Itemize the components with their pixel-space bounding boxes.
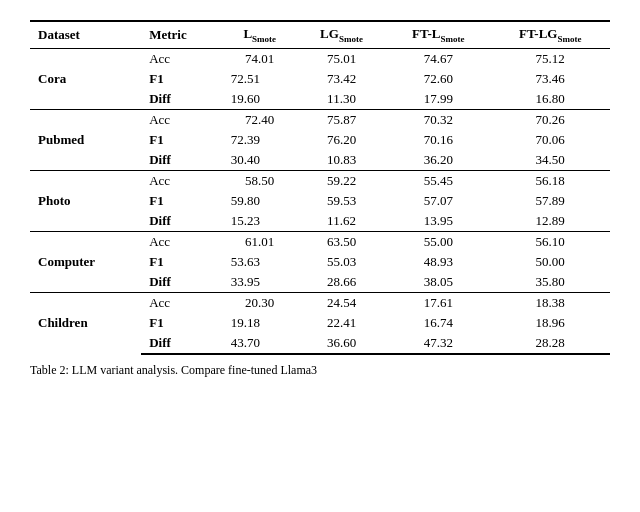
metric-label: Diff (141, 211, 222, 232)
value-ftl: 48.93 (386, 252, 490, 272)
dataset-name: Children (30, 292, 141, 354)
value-lg: 11.30 (297, 89, 387, 110)
value-ftlg: 73.46 (490, 69, 610, 89)
metric-label: F1 (141, 252, 222, 272)
value-lg: 75.87 (297, 109, 387, 130)
table-row: CoraAcc74.0175.0174.6775.12 (30, 48, 610, 69)
value-ftlg: 70.06 (490, 130, 610, 150)
value-l: 72.39 (223, 130, 297, 150)
value-lg: 55.03 (297, 252, 387, 272)
value-ftlg: 18.96 (490, 313, 610, 333)
value-l: 59.80 (223, 191, 297, 211)
value-ftl: 55.45 (386, 170, 490, 191)
value-l: 19.18 (223, 313, 297, 333)
value-ftlg: 70.26 (490, 109, 610, 130)
dataset-name: Photo (30, 170, 141, 231)
value-l: 74.01 (223, 48, 297, 69)
value-ftl: 36.20 (386, 150, 490, 171)
value-ftl: 16.74 (386, 313, 490, 333)
metric-label: Diff (141, 272, 222, 293)
metric-label: Acc (141, 170, 222, 191)
header-metric: Metric (141, 21, 222, 48)
value-ftl: 74.67 (386, 48, 490, 69)
value-ftl: 70.32 (386, 109, 490, 130)
metric-label: Acc (141, 292, 222, 313)
metric-label: Acc (141, 231, 222, 252)
value-ftlg: 75.12 (490, 48, 610, 69)
value-ftl: 72.60 (386, 69, 490, 89)
table-row: PubmedAcc72.4075.8770.3270.26 (30, 109, 610, 130)
table-row: ChildrenAcc20.3024.5417.6118.38 (30, 292, 610, 313)
value-l: 58.50 (223, 170, 297, 191)
value-l: 72.40 (223, 109, 297, 130)
metric-label: F1 (141, 69, 222, 89)
header-row: Dataset Metric LSmote LGSmote FT-LSmote … (30, 21, 610, 48)
value-lg: 73.42 (297, 69, 387, 89)
table-container: Dataset Metric LSmote LGSmote FT-LSmote … (30, 20, 610, 378)
header-ftl-smote: FT-LSmote (386, 21, 490, 48)
value-lg: 36.60 (297, 333, 387, 354)
dataset-name: Pubmed (30, 109, 141, 170)
value-ftlg: 56.10 (490, 231, 610, 252)
value-lg: 10.83 (297, 150, 387, 171)
table-row: ComputerAcc61.0163.5055.0056.10 (30, 231, 610, 252)
header-lg-smote: LGSmote (297, 21, 387, 48)
value-l: 19.60 (223, 89, 297, 110)
value-ftlg: 57.89 (490, 191, 610, 211)
metric-label: Diff (141, 89, 222, 110)
metric-label: Acc (141, 48, 222, 69)
table-caption: Table 2: LLM variant analysis. Compare f… (30, 363, 610, 378)
value-ftlg: 12.89 (490, 211, 610, 232)
value-l: 53.63 (223, 252, 297, 272)
value-ftlg: 18.38 (490, 292, 610, 313)
value-lg: 22.41 (297, 313, 387, 333)
value-lg: 59.22 (297, 170, 387, 191)
value-ftlg: 28.28 (490, 333, 610, 354)
metric-label: F1 (141, 191, 222, 211)
value-lg: 28.66 (297, 272, 387, 293)
value-ftl: 38.05 (386, 272, 490, 293)
table-row: PhotoAcc58.5059.2255.4556.18 (30, 170, 610, 191)
value-ftl: 17.61 (386, 292, 490, 313)
value-ftl: 55.00 (386, 231, 490, 252)
value-ftlg: 34.50 (490, 150, 610, 171)
value-l: 30.40 (223, 150, 297, 171)
value-l: 61.01 (223, 231, 297, 252)
header-ftlg-smote: FT-LGSmote (490, 21, 610, 48)
value-l: 20.30 (223, 292, 297, 313)
value-lg: 75.01 (297, 48, 387, 69)
value-lg: 63.50 (297, 231, 387, 252)
metric-label: F1 (141, 313, 222, 333)
value-l: 33.95 (223, 272, 297, 293)
value-l: 72.51 (223, 69, 297, 89)
value-ftlg: 35.80 (490, 272, 610, 293)
value-ftl: 57.07 (386, 191, 490, 211)
header-l-smote: LSmote (223, 21, 297, 48)
metric-label: Diff (141, 150, 222, 171)
value-l: 43.70 (223, 333, 297, 354)
value-ftlg: 16.80 (490, 89, 610, 110)
metric-label: F1 (141, 130, 222, 150)
value-ftl: 17.99 (386, 89, 490, 110)
results-table: Dataset Metric LSmote LGSmote FT-LSmote … (30, 20, 610, 355)
header-dataset: Dataset (30, 21, 141, 48)
value-lg: 76.20 (297, 130, 387, 150)
value-ftlg: 56.18 (490, 170, 610, 191)
value-ftl: 70.16 (386, 130, 490, 150)
metric-label: Acc (141, 109, 222, 130)
value-ftl: 47.32 (386, 333, 490, 354)
dataset-name: Computer (30, 231, 141, 292)
value-lg: 11.62 (297, 211, 387, 232)
value-l: 15.23 (223, 211, 297, 232)
metric-label: Diff (141, 333, 222, 354)
dataset-name: Cora (30, 48, 141, 109)
value-ftlg: 50.00 (490, 252, 610, 272)
value-ftl: 13.95 (386, 211, 490, 232)
value-lg: 59.53 (297, 191, 387, 211)
value-lg: 24.54 (297, 292, 387, 313)
